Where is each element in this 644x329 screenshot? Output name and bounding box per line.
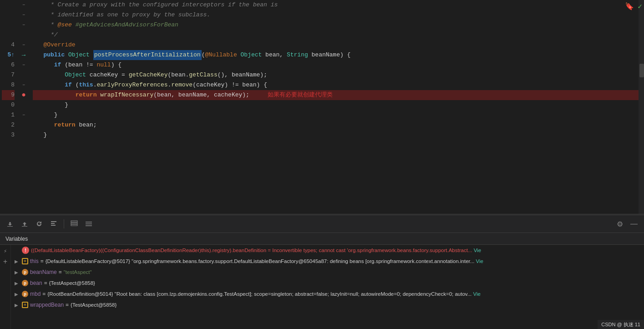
fold-icon-2[interactable]: −	[22, 13, 25, 18]
this-var-name: this	[30, 258, 39, 264]
svg-rect-5	[71, 224, 77, 226]
code-container: · · · · 4 5↑ 6 7 8 9 0 1 2 3 − − −	[0, 0, 644, 214]
mbd-expand[interactable]: ▶	[15, 292, 22, 297]
mbd-var-row[interactable]: ▶ p mbd = {RootBeanDefinition@5014} "Roo…	[11, 289, 644, 299]
code-line-14: }	[33, 130, 644, 140]
this-var-eq: =	[41, 258, 44, 264]
code-line-11: }	[33, 100, 644, 110]
kw-if: if	[54, 60, 65, 70]
bean-var-icon: p	[22, 280, 28, 286]
editor-area: 🔖 ✓ · · · · 4 5↑ 6 7 8 9 0 1 2 3 −	[0, 0, 644, 214]
scroll-marker[interactable]	[639, 0, 644, 214]
code-line-9: if (this.earlyProxyReferences.remove(cac…	[33, 80, 644, 90]
svg-rect-2	[51, 225, 56, 226]
svg-rect-4	[71, 223, 77, 224]
error-var-icon: !	[22, 247, 29, 254]
fold-icon-7[interactable]: −	[22, 113, 25, 118]
beanname-expand[interactable]: ▶	[15, 270, 22, 275]
chinese-comment-text: 如果有必要就创建代理类	[268, 90, 333, 100]
add-watch-btn[interactable]: +	[1, 258, 10, 267]
code-line-13: return bean;	[33, 120, 644, 130]
comment-text-2: * identified as one to proxy by the subc…	[33, 10, 210, 20]
bean-var-row[interactable]: ▶ p bean = {TestAspect@5858}	[11, 278, 644, 289]
fold-icon-5[interactable]: −	[22, 63, 25, 68]
indent-3	[33, 80, 65, 90]
mbd-var-eq: =	[42, 291, 46, 297]
variables-content: ! ((DefaultListableBeanFactory)((Configu…	[11, 245, 644, 317]
upload-icon	[21, 220, 28, 228]
reload-icon	[35, 220, 43, 228]
this-expand[interactable]: ▶	[15, 259, 22, 264]
gutter: − − − − → − − ●	[18, 0, 29, 214]
fold-icon-3[interactable]: −	[22, 23, 25, 28]
code-line-6: public Object postProcessAfterInitializa…	[33, 50, 644, 60]
variables-title: Variables	[5, 236, 28, 242]
svg-rect-0	[51, 221, 56, 222]
indent-2	[33, 70, 65, 80]
wrappedbean-var-row[interactable]: ▶ = wrappedBean = {TestAspect@5858}	[11, 299, 644, 310]
filter-action-btn[interactable]: ⚡	[1, 247, 10, 256]
check-top-icon[interactable]: ✓	[638, 2, 642, 11]
list-icon	[85, 220, 92, 228]
wrappedbean-var-icon: =	[22, 302, 28, 308]
code-line-5: @Override	[33, 40, 644, 50]
indent-8	[33, 130, 43, 140]
fold-icon-6[interactable]: −	[22, 83, 25, 88]
code-line-2: * identified as one to proxy by the subc…	[33, 10, 644, 20]
error-var-row[interactable]: ! ((DefaultListableBeanFactory)((Configu…	[11, 245, 644, 256]
wrappedbean-var-value: {TestAspect@5858}	[71, 302, 117, 308]
beanname-var-eq: =	[59, 269, 62, 275]
indent-7	[33, 120, 54, 130]
table-view-button[interactable]	[68, 218, 81, 229]
comment-text-3a: *	[33, 20, 58, 30]
paren-open: (	[202, 50, 205, 60]
bean-expand[interactable]: ▶	[15, 281, 22, 286]
current-arrow-icon: →	[22, 51, 25, 59]
kw-public: public	[33, 50, 68, 60]
beanname-var-value: "testAspect"	[64, 269, 92, 275]
mbd-var-name: mbd	[30, 291, 41, 297]
indent-4	[33, 90, 76, 100]
step-button[interactable]	[47, 218, 60, 229]
mbd-var-icon: p	[22, 291, 28, 297]
fold-icon-4[interactable]: −	[22, 43, 25, 48]
minimize-button[interactable]: —	[628, 218, 640, 230]
method-name: postProcessAfterInitialization	[93, 50, 202, 60]
bean-var-eq: =	[44, 280, 47, 286]
bean-var-value: {TestAspect@5858}	[49, 280, 95, 286]
settings-button[interactable]: ⚙	[614, 218, 626, 230]
fold-icon-1[interactable]: −	[22, 3, 25, 8]
code-line-10: return wrapIfNecessary(bean, beanName, c…	[33, 90, 644, 100]
bookmark-top-icon[interactable]: 🔖	[625, 2, 634, 11]
svg-rect-1	[51, 223, 55, 224]
list-view-button[interactable]	[82, 218, 95, 229]
indent-1	[33, 60, 54, 70]
debug-toolbar: ⚙ —	[0, 215, 644, 233]
table-icon	[71, 220, 78, 228]
indent-5	[33, 100, 65, 110]
comment-the-1: configured interceptors if the bean is	[143, 0, 278, 10]
code-lines: * Create a proxy with the configured int…	[29, 0, 644, 214]
code-line-8: Object cacheKey = getCacheKey(bean.getCl…	[33, 70, 644, 80]
variables-header: Variables	[0, 233, 644, 245]
wrappedbean-var-eq: =	[66, 302, 69, 308]
this-var-value: {DefaultListableBeanFactory@5017} "org.s…	[46, 258, 483, 264]
debug-breakpoint-icon[interactable]: ●	[21, 91, 26, 99]
code-line-3: * @see #getAdvicesAndAdvisorsForBean	[33, 20, 644, 30]
upload-button[interactable]	[18, 218, 31, 229]
toolbar-separator-1	[64, 219, 64, 228]
download-button[interactable]	[4, 218, 16, 229]
this-var-icon: =	[22, 258, 28, 264]
comment-text-4: */	[33, 30, 58, 40]
this-var-row[interactable]: ▶ = this = {DefaultListableBeanFactory@5…	[11, 256, 644, 267]
step-icon	[50, 220, 57, 228]
status-text: CSDN @ 执迷 11	[601, 321, 640, 328]
line-numbers: · · · · 4 5↑ 6 7 8 9 0 1 2 3	[0, 0, 18, 214]
code-line-1: * Create a proxy with the configured int…	[33, 0, 644, 10]
error-var-text: ((DefaultListableBeanFactory)((Configura…	[31, 248, 481, 253]
beanname-var-row[interactable]: ▶ p beanName = "testAspect"	[11, 267, 644, 278]
wrappedbean-var-name: wrappedBean	[30, 302, 64, 308]
mbd-var-value: {RootBeanDefinition@5014} "Root bean: cl…	[47, 291, 481, 297]
wrappedbean-expand[interactable]: ▶	[15, 303, 22, 308]
reload-button[interactable]	[33, 218, 46, 229]
